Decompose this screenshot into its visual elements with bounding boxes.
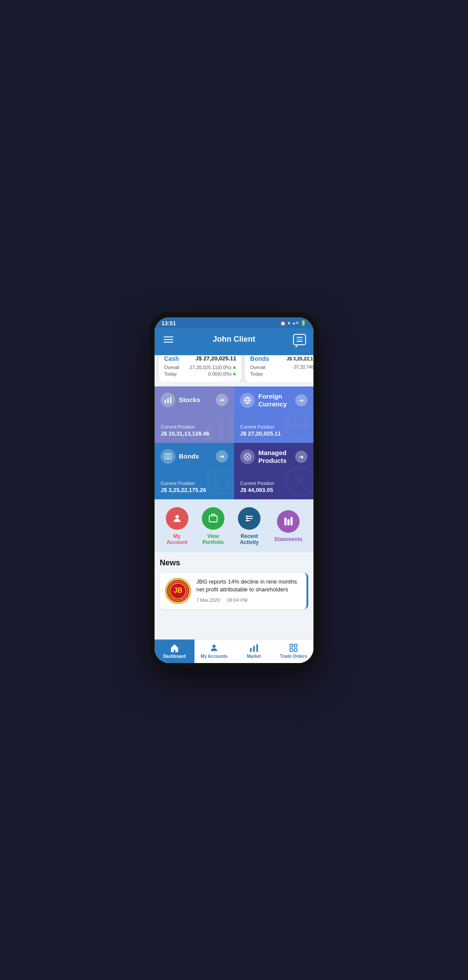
nav-my-accounts[interactable]: My Accounts — [194, 640, 234, 663]
news-section: News JB JBG reports 14% decline in nine — [155, 552, 313, 614]
nav-my-accounts-label: My Accounts — [201, 654, 227, 659]
statements-icon — [283, 516, 293, 527]
svg-rect-35 — [290, 648, 293, 651]
svg-rect-36 — [294, 648, 297, 651]
bonds-icon — [164, 452, 172, 460]
stocks-title: Stocks — [179, 396, 200, 404]
managed-icon-circle — [240, 449, 255, 464]
nav-market[interactable]: Market — [234, 640, 274, 663]
news-meta: 7 Mar,2020 08:04 PM — [196, 597, 301, 603]
forex-position-value: J$ 27,20,025.11 — [240, 430, 307, 437]
bonds-arrow[interactable]: ➜ — [216, 450, 228, 462]
trend-up-today-icon — [233, 372, 236, 375]
my-accounts-icon — [209, 643, 219, 653]
news-heading: News — [160, 558, 308, 568]
chat-icon[interactable] — [293, 333, 307, 346]
svg-rect-1 — [168, 398, 169, 403]
alarm-icon: ⏰ — [280, 320, 286, 326]
card-type-cash: Cash — [164, 355, 179, 362]
dashboard-icon — [170, 643, 179, 653]
my-account-label: MyAccount — [167, 533, 188, 546]
header: John Client — [155, 328, 313, 355]
svg-rect-30 — [250, 648, 252, 652]
forex-position-label: Current Position — [240, 424, 307, 429]
svg-rect-34 — [294, 644, 297, 647]
today-label-cash: Today — [164, 371, 177, 376]
status-bar: 13:51 ⏰ ▾ ▲R 🔋 — [155, 317, 313, 328]
tile-stocks[interactable]: Stocks ➜ Current Position J$ 10,31,13,12… — [155, 386, 234, 443]
forex-arrow[interactable]: ➜ — [295, 394, 307, 406]
trend-up-icon — [233, 366, 236, 369]
recent-activity-icon-circle — [238, 507, 260, 530]
cash-card[interactable]: Cash J$ 27,20,025.11 Overall 27,20,025.1… — [159, 355, 241, 382]
signal-icon: ▲R — [292, 321, 299, 325]
svg-rect-31 — [253, 646, 255, 652]
news-time: 08:04 PM — [227, 597, 247, 603]
managed-title: Managed Products — [258, 449, 295, 465]
recent-activity-label: RecentActivity — [240, 533, 259, 546]
managed-position-label: Current Position — [240, 481, 307, 486]
overall-label-bonds: Overall — [250, 365, 265, 370]
my-account-action[interactable]: MyAccount — [166, 507, 188, 546]
nav-market-label: Market — [247, 654, 261, 659]
forex-icon — [244, 396, 251, 404]
news-date: 7 Mar,2020 — [196, 597, 220, 603]
svg-point-15 — [175, 515, 179, 518]
svg-text:JB: JB — [174, 587, 182, 594]
jbg-logo-circle: JB — [166, 579, 190, 603]
stocks-icon — [164, 396, 172, 404]
svg-point-22 — [247, 520, 247, 521]
status-time: 13:51 — [161, 320, 176, 327]
scroll-content[interactable]: Cash J$ 27,20,025.11 Overall 27,20,025.1… — [155, 355, 313, 639]
today-label-bonds: Today — [250, 371, 263, 376]
bonds-tile-title: Bonds — [179, 452, 199, 460]
view-portfolio-label: ViewPortfolio — [202, 533, 224, 546]
news-card[interactable]: JB JBG reports 14% decline in nine month… — [160, 573, 308, 609]
nav-dashboard[interactable]: Dashboard — [155, 640, 194, 663]
view-portfolio-action[interactable]: ViewPortfolio — [202, 507, 224, 546]
bonds-position-label: Current Position — [161, 481, 228, 486]
news-logo: JB — [165, 578, 191, 604]
managed-arrow[interactable]: ➜ — [295, 451, 307, 463]
nav-dashboard-label: Dashboard — [163, 654, 186, 659]
nav-trade-orders[interactable]: Trade Orders — [274, 640, 314, 663]
portfolio-icon — [208, 513, 218, 524]
jbg-logo-svg: JB — [168, 581, 188, 601]
svg-point-20 — [247, 516, 247, 517]
tile-forex[interactable]: Foreign Currency ➜ Current Position J$ 2… — [234, 386, 313, 443]
card-amount-cash: J$ 27,20,025.11 — [195, 355, 236, 362]
phone-screen: 13:51 ⏰ ▾ ▲R 🔋 John Client — [155, 317, 313, 663]
menu-icon[interactable] — [161, 333, 175, 346]
news-content: JBG reports 14% decline in nine months n… — [196, 578, 301, 602]
bonds-summary-card[interactable]: Bonds J$ 3,25,22,175.2 Overall -37,20,74… — [245, 355, 313, 382]
today-value-cash: 0.00(0.0%) — [208, 371, 236, 376]
svg-rect-2 — [170, 397, 171, 403]
tile-managed[interactable]: Managed Products ➜ Current Position J$ 4… — [234, 443, 313, 499]
forex-icon-circle — [240, 393, 255, 408]
stocks-arrow[interactable]: ➜ — [216, 394, 228, 406]
recent-activity-icon — [244, 513, 254, 524]
managed-icon — [244, 453, 251, 461]
svg-rect-0 — [165, 400, 166, 403]
svg-point-10 — [168, 455, 169, 457]
tile-bonds[interactable]: Bonds ➜ Current Position J$ 3,25,22,175.… — [155, 443, 234, 499]
overall-label-cash: Overall — [164, 365, 179, 370]
overall-value-cash: 27,20,025.11(0.0%) — [190, 365, 237, 370]
bonds-position-value: J$ 3,25,22,175.26 — [161, 487, 228, 493]
view-portfolio-icon-circle — [202, 507, 224, 530]
svg-rect-32 — [256, 644, 258, 651]
cards-row: Cash J$ 27,20,025.11 Overall 27,20,025.1… — [155, 355, 313, 382]
card-amount-bonds: J$ 3,25,22,175.2 — [287, 356, 313, 361]
my-account-icon — [172, 513, 182, 524]
header-title: John Client — [213, 335, 255, 344]
recent-activity-action[interactable]: RecentActivity — [238, 507, 260, 546]
managed-position-value: J$ 44,093.05 — [240, 487, 307, 493]
svg-rect-5 — [230, 412, 234, 439]
svg-point-21 — [247, 518, 247, 519]
statements-action[interactable]: Statements — [274, 510, 303, 542]
scroll-spacer — [155, 614, 313, 618]
phone-frame: 13:51 ⏰ ▾ ▲R 🔋 John Client — [149, 312, 319, 668]
svg-rect-16 — [209, 516, 217, 522]
bonds-icon-circle — [161, 449, 175, 464]
news-headline: JBG reports 14% decline in nine months n… — [196, 578, 301, 594]
